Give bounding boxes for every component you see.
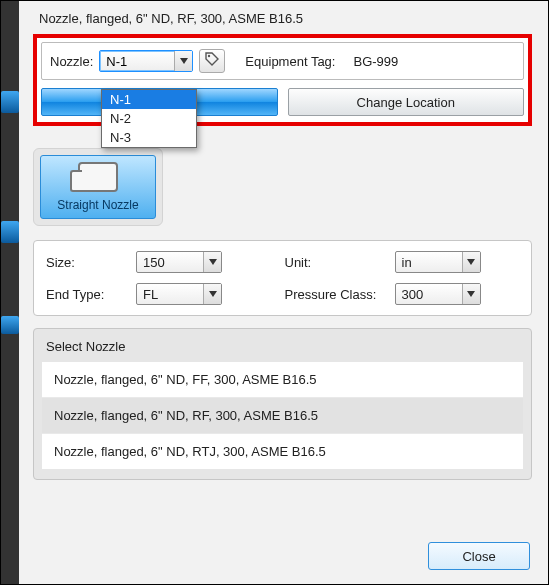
straight-nozzle-caption: Straight Nozzle	[41, 198, 155, 212]
unit-select[interactable]: in	[395, 251, 481, 273]
chevron-down-icon	[462, 284, 480, 304]
select-nozzle-group: Select Nozzle Nozzle, flanged, 6" ND, FF…	[33, 328, 532, 480]
unit-value: in	[396, 255, 432, 270]
chevron-down-icon	[462, 252, 480, 272]
size-value: 150	[137, 255, 185, 270]
svg-point-0	[208, 55, 210, 57]
dropdown-option[interactable]: N-3	[102, 128, 196, 147]
nozzle-dropdown-popup[interactable]: N-1 N-2 N-3	[101, 89, 197, 148]
straight-nozzle-card[interactable]: Straight Nozzle	[40, 155, 156, 219]
dropdown-option[interactable]: N-2	[102, 109, 196, 128]
properties-group: Size: 150 Unit: in End Type: FL Pressure…	[33, 240, 532, 316]
end-type-label: End Type:	[46, 287, 136, 302]
change-location-button[interactable]: Change Location	[288, 88, 525, 116]
size-select[interactable]: 150	[136, 251, 222, 273]
equipment-tag-label: Equipment Tag:	[245, 54, 335, 69]
equipment-tag-value: BG-999	[353, 54, 398, 69]
nozzle-select[interactable]: N-1	[99, 50, 193, 72]
unit-label: Unit:	[285, 255, 395, 270]
pressure-class-value: 300	[396, 287, 444, 302]
select-nozzle-header: Select Nozzle	[42, 337, 523, 362]
pressure-class-label: Pressure Class:	[285, 287, 395, 302]
end-type-value: FL	[137, 287, 178, 302]
size-label: Size:	[46, 255, 136, 270]
end-type-select[interactable]: FL	[136, 283, 222, 305]
close-label: Close	[462, 549, 495, 564]
list-item[interactable]: Nozzle, flanged, 6" ND, RF, 300, ASME B1…	[42, 398, 523, 434]
tag-picker-button[interactable]	[199, 49, 225, 73]
nozzle-select-value: N-1	[100, 54, 147, 69]
chevron-down-icon	[203, 252, 221, 272]
straight-nozzle-icon	[78, 162, 118, 192]
nozzle-list: Nozzle, flanged, 6" ND, FF, 300, ASME B1…	[42, 362, 523, 469]
app-left-strip	[1, 1, 19, 584]
list-item[interactable]: Nozzle, flanged, 6" ND, RTJ, 300, ASME B…	[42, 434, 523, 469]
tag-icon	[204, 51, 220, 71]
panel-title: Nozzle, flanged, 6" ND, RF, 300, ASME B1…	[33, 9, 532, 34]
change-location-label: Change Location	[357, 95, 455, 110]
list-item[interactable]: Nozzle, flanged, 6" ND, FF, 300, ASME B1…	[42, 362, 523, 398]
pressure-class-select[interactable]: 300	[395, 283, 481, 305]
close-button[interactable]: Close	[428, 542, 530, 570]
nozzle-type-group: Straight Nozzle	[33, 148, 163, 226]
chevron-down-icon	[174, 51, 192, 71]
nozzle-label: Nozzle:	[50, 54, 93, 69]
nozzle-row: Nozzle: N-1 Equipment Tag: BG-999	[41, 42, 524, 80]
dropdown-option[interactable]: N-1	[102, 90, 196, 109]
chevron-down-icon	[203, 284, 221, 304]
